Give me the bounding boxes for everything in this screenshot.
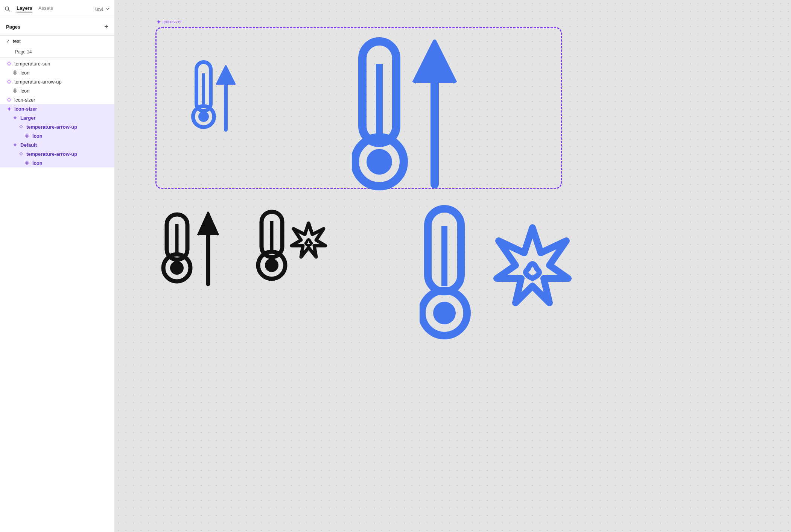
layer-icon-4[interactable]: Icon xyxy=(0,158,114,167)
star4-icon xyxy=(6,106,12,112)
check-icon: ✓ xyxy=(6,39,10,44)
page-item-test[interactable]: ✓ test xyxy=(0,36,114,47)
component-icon-3 xyxy=(24,133,30,139)
top-bar: Layers Assets test xyxy=(0,0,114,18)
file-name-button[interactable]: test xyxy=(95,6,110,12)
tab-assets[interactable]: Assets xyxy=(38,5,53,12)
icon-thermometer-up-small-blue xyxy=(188,55,243,154)
svg-point-31 xyxy=(170,261,184,275)
svg-rect-9 xyxy=(14,91,16,93)
layer-default[interactable]: Default xyxy=(0,140,114,149)
pages-title: Pages xyxy=(6,24,20,30)
layer-temperature-sun[interactable]: temperature-sun xyxy=(0,59,114,68)
layer-icon-2[interactable]: Icon xyxy=(0,86,114,95)
layer-icon-sizer-selected[interactable]: icon-sizer xyxy=(0,104,114,113)
layer-temperature-arrow-up-2[interactable]: temperature-arrow-up xyxy=(0,122,114,131)
icon-thermometer-sun-black xyxy=(254,206,333,298)
layer-icon-1[interactable]: Icon xyxy=(0,68,114,77)
diamond-small-icon-2 xyxy=(12,142,18,148)
svg-point-21 xyxy=(198,111,209,122)
top-bar-tabs: Layers Assets xyxy=(17,5,53,12)
svg-point-26 xyxy=(367,149,392,175)
add-page-button[interactable]: + xyxy=(104,23,108,30)
page-item-page14[interactable]: Page 14 xyxy=(0,47,114,57)
layers-list: temperature-sun Icon temperature-arrow-u… xyxy=(0,58,114,532)
layer-larger[interactable]: Larger xyxy=(0,113,114,122)
svg-rect-4 xyxy=(14,71,16,72)
component-icon-1 xyxy=(12,70,18,76)
svg-rect-12 xyxy=(26,134,28,135)
tab-layers[interactable]: Layers xyxy=(17,5,32,12)
layer-icon-sizer-unselected[interactable]: icon-sizer xyxy=(0,95,114,104)
icon-thermometer-up-black xyxy=(159,209,229,297)
canvas[interactable]: icon-sizer xyxy=(115,0,791,532)
layer-temperature-arrow-up-3[interactable]: temperature-arrow-up xyxy=(0,149,114,158)
icon-thermometer-sun-large-blue xyxy=(420,203,585,351)
sidebar: Layers Assets test Pages + ✓ test Page 1… xyxy=(0,0,115,532)
diamond-icon-3 xyxy=(6,97,12,103)
diamond-outline-icon-2 xyxy=(18,151,24,157)
svg-rect-5 xyxy=(14,73,16,74)
icon-thermometer-up-large-blue xyxy=(352,34,495,205)
component-icon-2 xyxy=(12,88,18,94)
pages-header: Pages + xyxy=(0,18,114,36)
search-icon[interactable] xyxy=(5,6,11,12)
layer-icon-3[interactable]: Icon xyxy=(0,131,114,140)
svg-point-36 xyxy=(265,258,278,272)
svg-point-40 xyxy=(433,302,456,324)
svg-line-1 xyxy=(8,10,10,11)
diamond-icon-2 xyxy=(6,79,12,85)
svg-rect-8 xyxy=(14,89,16,90)
selection-label: icon-sizer xyxy=(157,19,182,24)
layer-temperature-arrow-up[interactable]: temperature-arrow-up xyxy=(0,77,114,86)
diamond-icon xyxy=(6,61,12,67)
svg-rect-16 xyxy=(26,161,28,163)
diamond-small-icon xyxy=(12,115,18,121)
page-list: ✓ test Page 14 xyxy=(0,36,114,58)
svg-rect-13 xyxy=(26,136,28,138)
diamond-outline-icon xyxy=(18,124,24,130)
component-icon-4 xyxy=(24,160,30,166)
svg-rect-17 xyxy=(26,163,28,165)
